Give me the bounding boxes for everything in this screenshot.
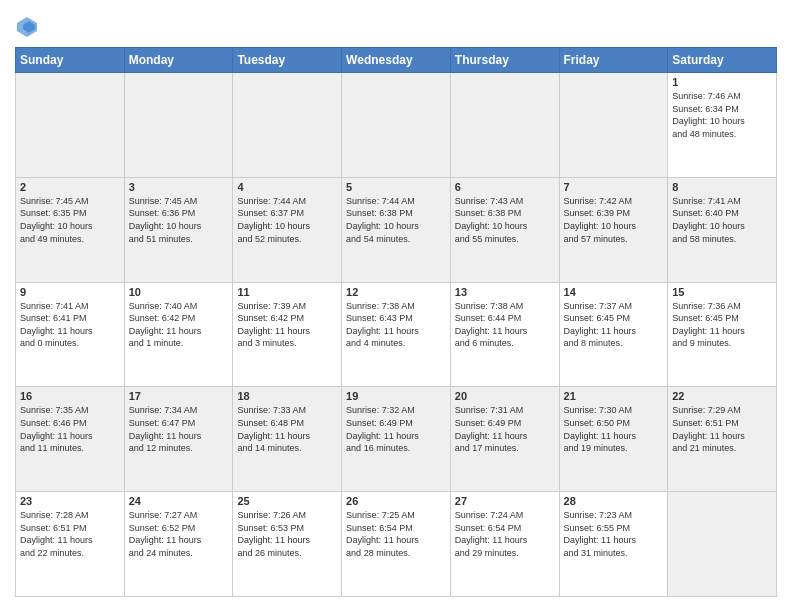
day-number: 6 — [455, 181, 555, 193]
day-info: Sunrise: 7:44 AM Sunset: 6:37 PM Dayligh… — [237, 195, 337, 245]
day-cell: 23Sunrise: 7:28 AM Sunset: 6:51 PM Dayli… — [16, 492, 125, 597]
day-info: Sunrise: 7:27 AM Sunset: 6:52 PM Dayligh… — [129, 509, 229, 559]
day-number: 19 — [346, 390, 446, 402]
day-number: 20 — [455, 390, 555, 402]
day-cell: 3Sunrise: 7:45 AM Sunset: 6:36 PM Daylig… — [124, 177, 233, 282]
day-cell: 10Sunrise: 7:40 AM Sunset: 6:42 PM Dayli… — [124, 282, 233, 387]
weekday-header-monday: Monday — [124, 48, 233, 73]
day-info: Sunrise: 7:34 AM Sunset: 6:47 PM Dayligh… — [129, 404, 229, 454]
day-info: Sunrise: 7:39 AM Sunset: 6:42 PM Dayligh… — [237, 300, 337, 350]
day-number: 2 — [20, 181, 120, 193]
day-cell: 18Sunrise: 7:33 AM Sunset: 6:48 PM Dayli… — [233, 387, 342, 492]
day-cell: 17Sunrise: 7:34 AM Sunset: 6:47 PM Dayli… — [124, 387, 233, 492]
day-number: 21 — [564, 390, 664, 402]
day-cell: 27Sunrise: 7:24 AM Sunset: 6:54 PM Dayli… — [450, 492, 559, 597]
header — [15, 15, 777, 39]
logo — [15, 15, 43, 39]
day-number: 5 — [346, 181, 446, 193]
calendar-body: 1Sunrise: 7:46 AM Sunset: 6:34 PM Daylig… — [16, 73, 777, 597]
day-info: Sunrise: 7:38 AM Sunset: 6:44 PM Dayligh… — [455, 300, 555, 350]
day-cell: 25Sunrise: 7:26 AM Sunset: 6:53 PM Dayli… — [233, 492, 342, 597]
calendar-header: SundayMondayTuesdayWednesdayThursdayFrid… — [16, 48, 777, 73]
day-cell: 6Sunrise: 7:43 AM Sunset: 6:38 PM Daylig… — [450, 177, 559, 282]
day-cell — [124, 73, 233, 178]
day-cell: 1Sunrise: 7:46 AM Sunset: 6:34 PM Daylig… — [668, 73, 777, 178]
day-number: 9 — [20, 286, 120, 298]
day-cell: 26Sunrise: 7:25 AM Sunset: 6:54 PM Dayli… — [342, 492, 451, 597]
day-info: Sunrise: 7:28 AM Sunset: 6:51 PM Dayligh… — [20, 509, 120, 559]
day-info: Sunrise: 7:36 AM Sunset: 6:45 PM Dayligh… — [672, 300, 772, 350]
weekday-header-tuesday: Tuesday — [233, 48, 342, 73]
day-number: 10 — [129, 286, 229, 298]
day-number: 18 — [237, 390, 337, 402]
day-number: 28 — [564, 495, 664, 507]
day-number: 1 — [672, 76, 772, 88]
day-cell: 13Sunrise: 7:38 AM Sunset: 6:44 PM Dayli… — [450, 282, 559, 387]
day-cell: 11Sunrise: 7:39 AM Sunset: 6:42 PM Dayli… — [233, 282, 342, 387]
day-info: Sunrise: 7:38 AM Sunset: 6:43 PM Dayligh… — [346, 300, 446, 350]
day-info: Sunrise: 7:35 AM Sunset: 6:46 PM Dayligh… — [20, 404, 120, 454]
day-number: 23 — [20, 495, 120, 507]
week-row-5: 23Sunrise: 7:28 AM Sunset: 6:51 PM Dayli… — [16, 492, 777, 597]
day-info: Sunrise: 7:23 AM Sunset: 6:55 PM Dayligh… — [564, 509, 664, 559]
day-number: 12 — [346, 286, 446, 298]
day-cell: 14Sunrise: 7:37 AM Sunset: 6:45 PM Dayli… — [559, 282, 668, 387]
weekday-header-saturday: Saturday — [668, 48, 777, 73]
day-number: 17 — [129, 390, 229, 402]
day-number: 26 — [346, 495, 446, 507]
day-info: Sunrise: 7:30 AM Sunset: 6:50 PM Dayligh… — [564, 404, 664, 454]
day-cell: 24Sunrise: 7:27 AM Sunset: 6:52 PM Dayli… — [124, 492, 233, 597]
day-cell: 12Sunrise: 7:38 AM Sunset: 6:43 PM Dayli… — [342, 282, 451, 387]
day-number: 13 — [455, 286, 555, 298]
day-cell: 7Sunrise: 7:42 AM Sunset: 6:39 PM Daylig… — [559, 177, 668, 282]
weekday-header-thursday: Thursday — [450, 48, 559, 73]
week-row-1: 1Sunrise: 7:46 AM Sunset: 6:34 PM Daylig… — [16, 73, 777, 178]
day-info: Sunrise: 7:45 AM Sunset: 6:36 PM Dayligh… — [129, 195, 229, 245]
day-info: Sunrise: 7:32 AM Sunset: 6:49 PM Dayligh… — [346, 404, 446, 454]
day-cell: 9Sunrise: 7:41 AM Sunset: 6:41 PM Daylig… — [16, 282, 125, 387]
day-cell: 19Sunrise: 7:32 AM Sunset: 6:49 PM Dayli… — [342, 387, 451, 492]
day-number: 7 — [564, 181, 664, 193]
day-cell: 22Sunrise: 7:29 AM Sunset: 6:51 PM Dayli… — [668, 387, 777, 492]
day-number: 27 — [455, 495, 555, 507]
day-cell — [233, 73, 342, 178]
day-cell — [342, 73, 451, 178]
day-cell — [668, 492, 777, 597]
calendar-table: SundayMondayTuesdayWednesdayThursdayFrid… — [15, 47, 777, 597]
week-row-2: 2Sunrise: 7:45 AM Sunset: 6:35 PM Daylig… — [16, 177, 777, 282]
day-cell — [559, 73, 668, 178]
week-row-4: 16Sunrise: 7:35 AM Sunset: 6:46 PM Dayli… — [16, 387, 777, 492]
day-cell: 20Sunrise: 7:31 AM Sunset: 6:49 PM Dayli… — [450, 387, 559, 492]
day-number: 24 — [129, 495, 229, 507]
day-number: 4 — [237, 181, 337, 193]
day-cell — [450, 73, 559, 178]
day-info: Sunrise: 7:41 AM Sunset: 6:41 PM Dayligh… — [20, 300, 120, 350]
day-cell: 21Sunrise: 7:30 AM Sunset: 6:50 PM Dayli… — [559, 387, 668, 492]
day-number: 3 — [129, 181, 229, 193]
day-info: Sunrise: 7:24 AM Sunset: 6:54 PM Dayligh… — [455, 509, 555, 559]
day-info: Sunrise: 7:29 AM Sunset: 6:51 PM Dayligh… — [672, 404, 772, 454]
day-cell: 28Sunrise: 7:23 AM Sunset: 6:55 PM Dayli… — [559, 492, 668, 597]
day-info: Sunrise: 7:41 AM Sunset: 6:40 PM Dayligh… — [672, 195, 772, 245]
day-number: 11 — [237, 286, 337, 298]
day-number: 14 — [564, 286, 664, 298]
day-info: Sunrise: 7:33 AM Sunset: 6:48 PM Dayligh… — [237, 404, 337, 454]
day-info: Sunrise: 7:45 AM Sunset: 6:35 PM Dayligh… — [20, 195, 120, 245]
logo-icon — [15, 15, 39, 39]
day-info: Sunrise: 7:40 AM Sunset: 6:42 PM Dayligh… — [129, 300, 229, 350]
day-cell: 2Sunrise: 7:45 AM Sunset: 6:35 PM Daylig… — [16, 177, 125, 282]
day-cell: 8Sunrise: 7:41 AM Sunset: 6:40 PM Daylig… — [668, 177, 777, 282]
week-row-3: 9Sunrise: 7:41 AM Sunset: 6:41 PM Daylig… — [16, 282, 777, 387]
day-info: Sunrise: 7:46 AM Sunset: 6:34 PM Dayligh… — [672, 90, 772, 140]
day-number: 22 — [672, 390, 772, 402]
weekday-header-wednesday: Wednesday — [342, 48, 451, 73]
day-info: Sunrise: 7:26 AM Sunset: 6:53 PM Dayligh… — [237, 509, 337, 559]
day-info: Sunrise: 7:42 AM Sunset: 6:39 PM Dayligh… — [564, 195, 664, 245]
day-info: Sunrise: 7:25 AM Sunset: 6:54 PM Dayligh… — [346, 509, 446, 559]
day-info: Sunrise: 7:37 AM Sunset: 6:45 PM Dayligh… — [564, 300, 664, 350]
weekday-row: SundayMondayTuesdayWednesdayThursdayFrid… — [16, 48, 777, 73]
day-cell: 4Sunrise: 7:44 AM Sunset: 6:37 PM Daylig… — [233, 177, 342, 282]
day-number: 8 — [672, 181, 772, 193]
weekday-header-friday: Friday — [559, 48, 668, 73]
day-number: 15 — [672, 286, 772, 298]
